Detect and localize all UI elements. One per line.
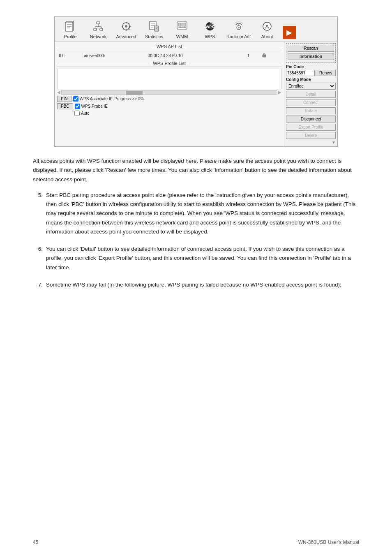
- auto-checkbox[interactable]: Auto: [74, 111, 90, 116]
- toolbar-item-wmm[interactable]: WMM: [168, 19, 196, 41]
- product-info: WN-360USB User's Manual: [298, 539, 359, 545]
- detail-button[interactable]: Detail: [286, 91, 336, 98]
- auto-input[interactable]: [74, 111, 80, 116]
- wps-icon: WPS: [205, 21, 215, 33]
- page-container: Profile Network: [0, 0, 392, 322]
- radio-label: Radio on/off: [226, 34, 251, 39]
- profile-icon: [65, 21, 76, 33]
- network-label: Network: [90, 34, 106, 39]
- toolbar-item-radio[interactable]: Radio on/off: [224, 19, 253, 41]
- numbered-item-5: 5. Start PBC pairing procedure at access…: [33, 191, 359, 236]
- progress-label: Progress >> 0%: [114, 97, 144, 101]
- pin-code-input[interactable]: [286, 70, 315, 76]
- left-panel: WPS AP List ID : airlive5000r 00-0C-43-2…: [55, 42, 284, 146]
- toolbar-item-network[interactable]: Network: [84, 19, 112, 41]
- rescan-section: Rescan Information: [286, 43, 336, 63]
- profile-list-area: [57, 69, 281, 89]
- numbered-item-7: 7. Sometime WPS may fail (In the followi…: [33, 280, 359, 289]
- ap-id-label: ID :: [57, 52, 82, 59]
- ap-signal: 1: [246, 52, 260, 59]
- scrollbar-track[interactable]: [61, 90, 277, 95]
- radio-icon: [233, 21, 244, 33]
- ap-bssid: 00-0C-43-28-60-10: [146, 52, 246, 59]
- toolbar-item-profile[interactable]: Profile: [56, 19, 84, 41]
- wps-probe-ie-input[interactable]: [75, 104, 80, 109]
- svg-rect-29: [178, 23, 181, 26]
- auto-label: Auto: [81, 111, 90, 116]
- config-mode-select[interactable]: Enrollee Registrar: [286, 83, 336, 90]
- auto-row: Auto: [57, 111, 281, 116]
- wmm-label: WMM: [176, 34, 188, 39]
- bottom-btn-row: PIN WPS Associate IE Progress >> 0%: [57, 96, 281, 102]
- arrow-button[interactable]: ▶: [283, 26, 296, 39]
- renew-button[interactable]: Renew: [316, 70, 336, 76]
- pin-code-row: Renew: [286, 70, 336, 76]
- wps-probe-ie-label: WPS Probe IE: [81, 104, 108, 109]
- information-button[interactable]: Information: [288, 53, 334, 60]
- pbc-button[interactable]: PBC: [57, 103, 73, 109]
- wps-ap-list-header: WPS AP List: [57, 44, 281, 50]
- toolbar-item-advanced[interactable]: Advanced: [112, 19, 140, 41]
- toolbar-item-about[interactable]: A About: [253, 19, 281, 41]
- statistics-label: Statistics: [145, 34, 163, 39]
- delete-button[interactable]: Delete: [286, 132, 336, 139]
- export-profile-button[interactable]: Export Profile: [286, 124, 336, 131]
- pbc-btn-row: PBC WPS Probe IE: [57, 103, 281, 109]
- scrollbar-thumb: [126, 91, 143, 95]
- table-row[interactable]: ID : airlive5000r 00-0C-43-28-60-10 1: [57, 52, 281, 59]
- about-label: About: [261, 34, 273, 39]
- statistics-icon: ✓: [149, 21, 159, 33]
- ap-lock: [260, 52, 281, 59]
- pin-button[interactable]: PIN: [57, 96, 71, 102]
- footer: 45 WN-360USB User's Manual: [0, 539, 392, 545]
- svg-text:A: A: [265, 23, 269, 30]
- wps-associate-ie-input[interactable]: [73, 96, 78, 102]
- disconnect-button[interactable]: Disconnect: [286, 116, 336, 123]
- item5-text: Start PBC pairing procedure at access po…: [46, 191, 359, 236]
- item6-text: You can click 'Detail' button to see det…: [46, 245, 359, 272]
- pin-code-label: Pin Code: [286, 65, 336, 69]
- rotate-button[interactable]: Rotate: [286, 107, 336, 114]
- intro-text: All access points with WPS function enab…: [33, 157, 359, 184]
- toolbar-item-statistics[interactable]: ✓ Statistics: [140, 19, 168, 41]
- svg-point-13: [125, 25, 127, 28]
- wps-label: WPS: [205, 34, 215, 39]
- wps-associate-ie-checkbox[interactable]: WPS Associate IE: [73, 96, 113, 102]
- network-icon: [93, 21, 104, 33]
- svg-rect-6: [94, 28, 97, 30]
- profile-label: Profile: [64, 34, 76, 39]
- ap-list-table: ID : airlive5000r 00-0C-43-28-60-10 1: [57, 52, 281, 59]
- advanced-label: Advanced: [116, 34, 136, 39]
- svg-rect-7: [100, 28, 103, 30]
- connect-button[interactable]: Connect: [286, 99, 336, 106]
- main-area: WPS AP List ID : airlive5000r 00-0C-43-2…: [55, 42, 337, 146]
- advanced-icon: [121, 21, 131, 33]
- ui-screenshot: Profile Network: [54, 16, 338, 147]
- wps-profile-list-header: WPS Profile List: [57, 61, 281, 67]
- svg-rect-1: [65, 22, 73, 31]
- svg-rect-5: [97, 22, 100, 24]
- wps-probe-ie-checkbox[interactable]: WPS Probe IE: [75, 104, 108, 109]
- config-mode-label: Config Mode: [286, 77, 336, 82]
- about-icon: A: [262, 21, 272, 33]
- item7-num: 7.: [33, 280, 43, 289]
- numbered-item-6: 6. You can click 'Detail' button to see …: [33, 245, 359, 272]
- svg-text:✓: ✓: [155, 26, 158, 30]
- wps-associate-ie-label: WPS Associate IE: [80, 97, 113, 101]
- svg-point-36: [238, 27, 240, 28]
- ap-ssid: airlive5000r: [82, 52, 146, 59]
- toolbar: Profile Network: [55, 17, 337, 42]
- right-panel: Rescan Information Pin Code Renew Config…: [284, 42, 337, 146]
- svg-rect-40: [263, 55, 266, 57]
- svg-rect-31: [178, 27, 186, 28]
- item7-text: Sometime WPS may fail (In the following …: [46, 280, 359, 289]
- rescan-button[interactable]: Rescan: [288, 45, 334, 52]
- svg-text:WPS: WPS: [206, 25, 214, 29]
- wmm-icon: [176, 21, 188, 33]
- item6-num: 6.: [33, 245, 43, 272]
- toolbar-item-wps[interactable]: WPS WPS: [196, 19, 224, 41]
- svg-rect-30: [182, 23, 186, 26]
- item5-num: 5.: [33, 191, 43, 236]
- page-number: 45: [33, 539, 38, 545]
- scrollbar-row: ◀ ▶: [57, 90, 281, 95]
